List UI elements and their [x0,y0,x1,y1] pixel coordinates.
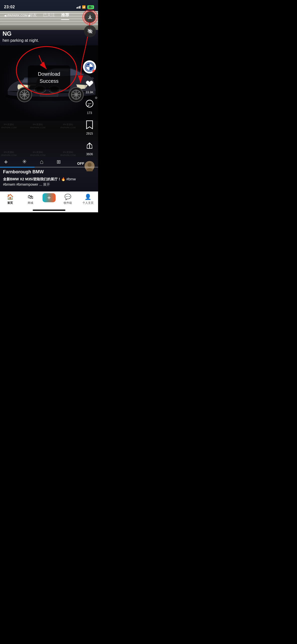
bmw-avatar[interactable]: BMW + [83,60,96,73]
profile-nav-icon: 👤 [84,194,91,200]
share-item[interactable]: 3606 [83,139,96,156]
inbox-nav-label: 收件箱 [64,201,72,205]
share-count: 3606 [86,152,93,156]
share-icon [85,141,94,150]
like-item[interactable]: 33.9K [83,77,96,94]
eye-slash-icon [87,28,93,34]
bookmark-icon [86,120,94,129]
comment-count: 173 [87,111,92,115]
channel-avatar-item[interactable]: BMW + [83,60,96,73]
video-progress-fill [0,167,34,168]
share-button[interactable] [83,139,96,151]
wifi-icon: 📶 [82,5,86,9]
video-progress-bar[interactable] [0,167,98,168]
svg-text:BMW: BMW [87,65,90,67]
svg-rect-23 [40,93,58,96]
heart-icon [85,79,94,88]
expand-button[interactable]: 展开 [43,182,50,186]
off-label: OFF [77,162,84,166]
download-button[interactable] [84,11,96,23]
status-bar: 23:02 📶 35+ [0,0,98,11]
download-icon [87,14,93,20]
create-button[interactable]: + [43,193,56,202]
comment-icon [85,100,94,109]
follow-plus-icon[interactable]: + [92,69,96,73]
status-time: 23:02 [4,5,15,9]
home-control-button[interactable]: ⌂ [40,158,44,165]
profile-nav-label: 个人主页 [82,201,94,205]
top-right-actions [84,11,96,37]
ng-text: NG [3,30,39,37]
comment-button[interactable]: ⚙ [83,98,96,110]
svg-point-37 [88,103,89,104]
download-success-overlay: DownloadSuccess [28,65,70,90]
grid-control-button[interactable]: ⊞ [57,159,61,165]
bottom-nav-create[interactable]: + [43,194,56,202]
bookmark-button[interactable] [83,119,96,131]
like-button[interactable] [83,77,96,90]
home-indicator [33,210,65,211]
fan-control-button[interactable]: ✳ [22,158,27,165]
bottom-nav-inbox[interactable]: 💬 收件箱 [58,194,78,205]
add-control-button[interactable]: + [4,158,8,166]
bookmark-count: 2915 [86,132,93,135]
svg-rect-27 [88,18,92,19]
tab-recommended[interactable]: 推荐 [61,11,69,20]
channel-name: Farnborough BMW [3,169,80,175]
shop-nav-label: 商城 [28,201,33,205]
video-description: Farnborough BMW 全新BMW X2 M35i登陆我们的展厅！🔥 #… [3,169,80,187]
home-nav-label: 首页 [7,201,13,205]
inbox-nav-icon: 💬 [64,194,71,200]
tab-following[interactable]: 已关注 [43,11,55,20]
hide-button[interactable] [84,25,96,37]
bookmark-item[interactable]: 2915 [83,119,96,135]
right-sidebar: BMW + 33.9K [83,60,96,172]
nav-tabs[interactable]: 好友 已关注 推荐 [29,11,69,20]
desc-main: 全新BMW X2 M35i登陆我们的展厅！🔥 [3,177,65,181]
bottom-nav-shop[interactable]: 🛍 商城 [20,194,41,205]
domain-text: ◀ iPAPARK.COM ▶ [4,14,31,17]
description-text: 全新BMW X2 M35i登陆我们的展厅！🔥 #bmw #bmwm #bmwmp… [3,177,80,187]
status-right-icons: 📶 35+ [76,5,94,9]
shop-nav-icon: 🛍 [28,194,33,200]
bottom-nav: 🏠 首页 🛍 商城 + 💬 收件箱 👤 个人主页 [0,191,98,212]
signal-icon [76,6,81,9]
battery-badge: 35+ [87,5,94,9]
plus-icon: + [47,195,51,201]
parking-sub-text: hen parking at night. [3,38,39,43]
home-nav-icon: 🏠 [7,194,14,200]
svg-point-39 [91,103,91,104]
download-success-text: DownloadSuccess [38,70,60,85]
video-parking-text: NG hen parking at night. [3,30,39,43]
bottom-nav-profile[interactable]: 👤 个人主页 [78,194,98,205]
nav-domain: ◀ iPAPARK.COM ▶ [4,14,31,17]
like-count: 33.9K [86,91,93,94]
gear-icon: ⚙ [95,96,98,100]
bottom-nav-home[interactable]: 🏠 首页 [0,194,20,205]
comment-item[interactable]: ⚙ 173 [83,98,96,115]
svg-point-38 [89,103,90,104]
